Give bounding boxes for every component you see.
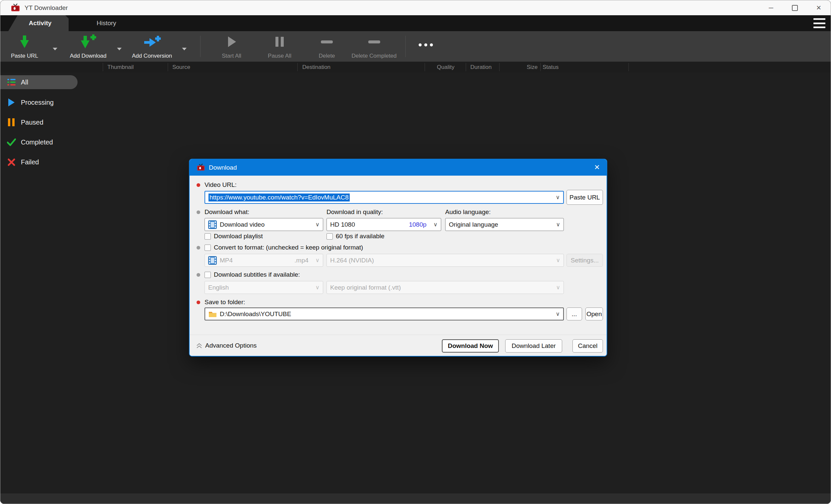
download-now-button[interactable]: Download Now [442,339,499,353]
quality-value: HD 1080 [330,221,355,228]
column-header-source[interactable]: Source [172,62,190,72]
add-download-icon [80,34,96,49]
optional-marker [197,210,200,214]
open-folder-button[interactable]: Open [585,307,603,320]
subtitles-label: Download subtitles if available: [214,271,300,278]
chevron-down-icon[interactable]: ∨ [556,221,560,228]
browse-folder-button[interactable]: ... [567,307,582,320]
column-header-destination[interactable]: Destination [302,62,331,72]
minimize-button[interactable]: ─ [759,0,783,15]
sidebar-item-processing[interactable]: Processing [0,95,78,109]
checkbox-box [326,233,333,240]
quality-select[interactable]: HD 1080 1080p ∨ [326,218,441,231]
optional-marker [197,246,200,249]
tab-activity-label: Activity [29,20,52,27]
download-playlist-label: Download playlist [214,233,263,240]
paste-url-dropdown[interactable] [53,48,57,51]
download-playlist-checkbox[interactable]: Download playlist [204,233,263,240]
column-header-size[interactable]: Size [511,62,538,72]
tab-history[interactable]: History [68,15,144,31]
column-header-quality[interactable]: Quality [437,62,454,72]
sidebar-item-failed[interactable]: Failed [0,155,78,169]
app-window: YT Downloader ─ ✕ Activity History [0,0,831,504]
convert-format-checkbox[interactable]: Convert to format: (unchecked = keep ori… [204,244,363,251]
pause-all-icon [276,34,284,49]
advanced-options-toggle[interactable]: Advanced Options [196,342,257,349]
quality-label: Download in quality: [326,208,383,216]
add-download-button[interactable]: Add Download [67,34,110,59]
paused-icon [6,118,16,126]
table-header: Thumbnail Source Destination Quality Dur… [0,62,831,73]
chevron-down-icon: ∨ [316,257,319,264]
checkbox-box [204,244,211,251]
download-what-value: Download video [220,221,264,228]
download-what-select[interactable]: Download video ∨ [204,218,323,231]
paste-url-button[interactable]: Paste URL [6,34,43,59]
toolbar-separator [200,36,201,57]
fps-label: 60 fps if available [336,233,384,240]
column-header-thumbnail[interactable]: Thumbnail [107,62,134,72]
paste-url-icon [20,34,29,49]
toolbar-separator [405,36,406,57]
main-toolbar: Paste URL Add Download Add Conversion [0,31,831,62]
codec-select[interactable]: H.264 (NVIDIA) ∨ [326,254,564,267]
delete-button[interactable]: Delete [310,34,343,59]
subtitle-language-select[interactable]: English ∨ [204,281,323,294]
tab-activity[interactable]: Activity [8,15,68,31]
subtitle-language-value: English [208,284,229,291]
settings-button[interactable]: Settings... [567,254,603,267]
window-titlebar: YT Downloader ─ ✕ [0,0,831,15]
subtitles-checkbox[interactable]: Download subtitles if available: [204,271,300,278]
start-all-button[interactable]: Start All [214,34,249,59]
maximize-button[interactable] [783,0,807,15]
column-header-duration[interactable]: Duration [470,62,492,72]
dialog-close-button[interactable]: ✕ [591,162,603,173]
double-chevron-up-icon [196,343,202,349]
paste-url-dialog-button[interactable]: Paste URL [567,190,603,205]
maximize-icon [792,5,798,11]
subtitle-format-select[interactable]: Keep original format (.vtt) ∨ [326,281,564,294]
audio-language-select[interactable]: Original language ∨ [445,218,564,231]
save-folder-select[interactable]: D:\Downloads\YOUTUBE ∨ [204,307,564,320]
window-title: YT Downloader [25,4,68,11]
sidebar-item-all[interactable]: All [0,75,78,89]
convert-format-select[interactable]: MP4 .mp4 ∨ [204,254,323,267]
convert-extension: .mp4 [294,257,308,264]
sidebar-item-paused[interactable]: Paused [0,115,78,129]
add-conversion-icon [144,34,161,49]
chevron-down-icon[interactable]: ∨ [434,221,437,228]
delete-completed-button[interactable]: Delete Completed [347,34,401,59]
download-dialog: Download ✕ Video URL: https://www.youtub… [189,159,607,357]
pause-all-button[interactable]: Pause All [262,34,297,59]
delete-icon [321,34,333,49]
chevron-down-icon[interactable]: ∨ [556,194,560,201]
column-header-status[interactable]: Status [543,62,558,72]
convert-format-label: Convert to format: (unchecked = keep ori… [214,244,363,251]
add-conversion-dropdown[interactable] [182,48,187,51]
audio-language-value: Original language [449,221,498,228]
close-button[interactable]: ✕ [807,0,831,15]
add-download-dropdown[interactable] [117,48,122,51]
caret-down-icon [182,48,187,50]
video-url-input[interactable]: https://www.youtube.com/watch?v=EdIovMuL… [204,191,564,204]
all-filter-icon [6,79,16,86]
video-url-label: Video URL: [204,181,237,188]
more-options-button[interactable] [419,43,433,47]
menu-icon[interactable] [813,18,825,28]
download-what-label: Download what: [204,208,249,216]
codec-value: H.264 (NVIDIA) [330,257,374,264]
checkbox-box [204,272,211,278]
required-marker [197,300,200,304]
cancel-button[interactable]: Cancel [572,339,603,353]
chevron-down-icon[interactable]: ∨ [556,310,560,318]
download-later-button[interactable]: Download Later [505,339,562,353]
save-folder-label: Save to folder: [204,299,245,306]
chevron-down-icon[interactable]: ∨ [316,221,319,228]
advanced-options-label: Advanced Options [205,342,257,349]
dialog-titlebar: Download ✕ [190,159,607,176]
close-icon: ✕ [816,4,821,11]
chevron-down-icon: ∨ [556,257,560,264]
add-conversion-button[interactable]: Add Conversion [128,34,176,59]
fps-checkbox[interactable]: 60 fps if available [326,233,384,240]
sidebar-item-completed[interactable]: Completed [0,135,78,149]
